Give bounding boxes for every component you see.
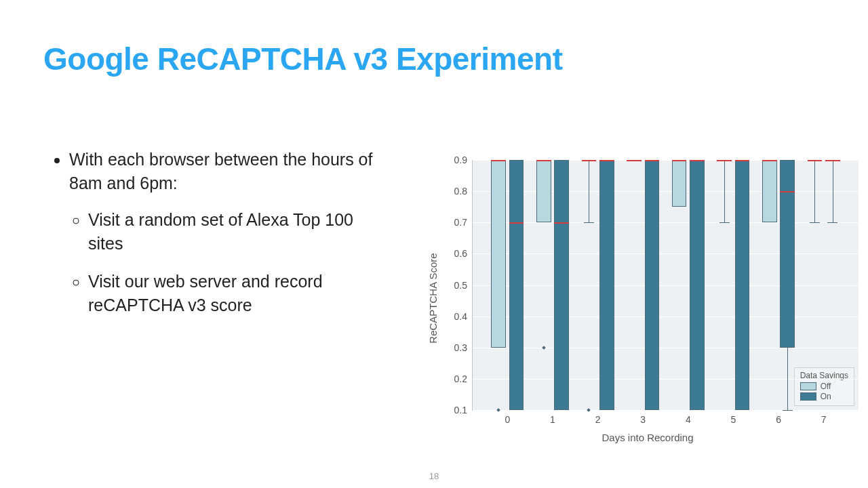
y-tick: 0.1 [454,405,473,415]
slide: Google ReCAPTCHA v3 Experiment With each… [0,0,868,488]
median-line [627,160,642,161]
legend-swatch-on [800,392,816,401]
bullet-1a: Visit a random set of Alexa Top 100 site… [88,208,373,255]
median-line [491,160,506,161]
box-off [491,160,506,348]
y-tick: 0.5 [454,280,473,291]
y-axis-label: ReCAPTCHA Score [427,253,439,343]
x-tick: 1 [550,410,555,425]
x-tick: 7 [821,410,827,425]
x-tick: 3 [640,410,646,425]
grid-line [473,253,859,254]
box-off [672,160,687,207]
y-tick: 0.3 [454,342,473,353]
legend-row-on: On [800,392,848,401]
y-tick: 0.8 [454,186,473,197]
bullet-1-text: With each browser between the hours of 8… [69,150,372,192]
whisker [814,160,815,222]
grid-line [473,348,859,348]
box-off [762,160,777,222]
grid-line [473,222,859,223]
whisker-cap [719,222,730,223]
whisker [724,160,725,222]
median-line [536,160,551,161]
x-tick: 4 [686,410,691,425]
chart: ReCAPTCHA Score Days into Recording Data… [434,156,861,441]
median-line [509,222,524,224]
slide-title: Google ReCAPTCHA v3 Experiment [43,41,562,77]
outlier [587,408,591,412]
grid-line [473,191,859,192]
legend-swatch-off [800,382,816,390]
box-on [509,160,524,410]
legend: Data Savings Off On [794,367,854,406]
x-tick: 5 [731,410,736,425]
whisker [787,348,788,410]
median-line [672,160,687,161]
x-tick: 6 [776,410,781,425]
box-on [599,160,614,410]
legend-label-on: On [821,392,831,401]
y-tick: 0.4 [454,311,473,322]
grid-line [473,160,859,161]
y-tick: 0.6 [454,248,473,259]
outlier [542,346,546,350]
median-line [554,222,569,224]
median-line [690,160,705,161]
legend-label-off: Off [821,382,831,391]
median-line [825,160,840,161]
grid-line [473,410,859,411]
whisker-cap [810,222,820,223]
median-line [735,160,750,161]
whisker-cap [584,222,594,223]
box-on [780,160,795,348]
median-line [645,160,660,161]
box-on [645,160,660,410]
whisker [589,160,589,222]
whisker-cap [827,222,837,223]
x-axis-label: Days into Recording [601,432,693,443]
box-off [536,160,551,222]
median-line [582,160,597,161]
grid-line [473,317,859,317]
grid-line [473,285,859,286]
box-on [735,160,750,410]
y-tick: 0.9 [454,155,473,165]
page-number: 18 [429,471,439,481]
y-tick: 0.7 [454,217,473,228]
whisker [833,160,833,222]
whisker-cap [783,410,793,411]
legend-row-off: Off [800,382,848,391]
outlier [496,408,500,412]
box-on [554,160,569,410]
box-on [690,160,705,410]
y-tick: 0.2 [454,373,473,384]
median-line [599,160,614,161]
plot-area: Data Savings Off On 0.10.20.30.40.50.60.… [472,160,859,411]
grid-line [473,379,859,380]
bullet-1: With each browser between the hours of 8… [69,148,373,317]
median-line [808,160,823,161]
x-tick: 2 [595,410,601,425]
median-line [780,191,795,192]
x-tick: 0 [505,410,510,425]
median-line [762,160,777,161]
bullet-1b: Visit our web server and record reCAPTCH… [88,270,373,317]
bullet-list: With each browser between the hours of 8… [54,148,373,331]
median-line [717,160,732,161]
